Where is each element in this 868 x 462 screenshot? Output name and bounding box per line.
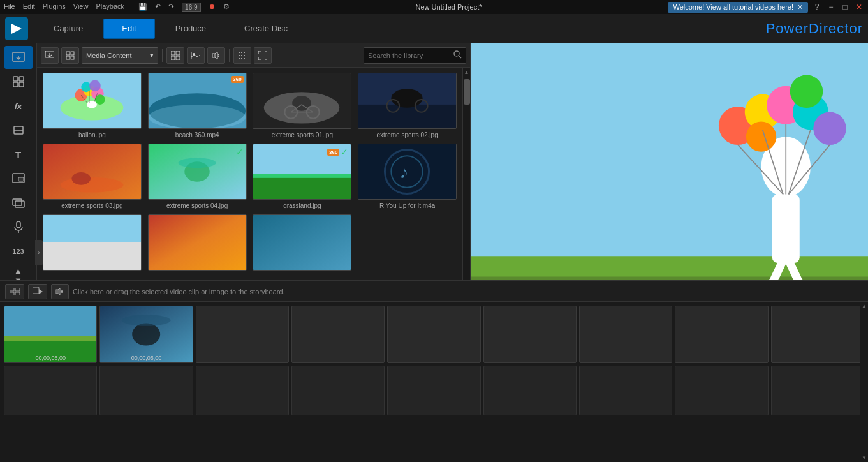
- media-item-extreme1[interactable]: extreme sports 01.jpg: [253, 73, 353, 138]
- media-item-extreme3[interactable]: extreme sports 03.jpg: [42, 144, 142, 209]
- layout-button[interactable]: [233, 47, 251, 64]
- badge-check-extreme4: ✓: [236, 147, 244, 157]
- save-icon[interactable]: 💾: [138, 3, 147, 12]
- menu-view[interactable]: View: [73, 3, 89, 12]
- record-icon[interactable]: ⏺: [209, 3, 216, 12]
- tab-create-disc[interactable]: Create Disc: [226, 19, 305, 39]
- svg-point-94: [813, 112, 846, 145]
- storyboard-hint: Click here or drag the selected video cl…: [73, 288, 285, 295]
- close-button[interactable]: ✕: [854, 2, 864, 12]
- storyboard-audio-cell-4[interactable]: [291, 366, 385, 415]
- search-bar[interactable]: [364, 47, 466, 64]
- maximize-button[interactable]: □: [840, 2, 850, 12]
- media-type-dropdown[interactable]: Media Content ▾: [82, 47, 158, 64]
- menu-playback[interactable]: Playback: [96, 3, 124, 12]
- media-item-music[interactable]: ♪ R You Up for It.m4a: [357, 144, 457, 209]
- svg-rect-18: [71, 52, 74, 55]
- image-view-button[interactable]: [187, 47, 205, 64]
- storyboard-audio-cell-9[interactable]: [771, 366, 864, 415]
- scroll-thumb[interactable]: [464, 79, 470, 105]
- media-item-extreme4[interactable]: ✓ extreme sports 04.jpg: [147, 144, 247, 209]
- svg-rect-11: [13, 199, 22, 205]
- svg-point-37: [454, 51, 459, 56]
- grid-view-button[interactable]: [166, 47, 184, 64]
- sidebar-collapse-btn[interactable]: ›: [35, 240, 43, 265]
- sidebar-btn-voiceover[interactable]: [4, 216, 33, 239]
- storyboard-audio-cell-7[interactable]: [579, 366, 672, 415]
- tab-capture[interactable]: Capture: [36, 19, 101, 39]
- svg-rect-116: [56, 290, 58, 294]
- storyboard-cell-6[interactable]: [483, 306, 577, 363]
- scroll-up-arrow[interactable]: ▲: [463, 68, 471, 77]
- sidebar-btn-import[interactable]: [4, 46, 33, 69]
- welcome-close-icon[interactable]: ✕: [797, 3, 803, 11]
- media-item-grassland[interactable]: 360 ✓ grassland.jpg: [253, 144, 353, 209]
- sidebar-btn-pip[interactable]: [4, 167, 33, 190]
- search-input[interactable]: [368, 52, 451, 59]
- help-button[interactable]: ?: [812, 2, 822, 12]
- add-media-to-sb-btn[interactable]: [28, 284, 47, 299]
- sidebar-btn-effects[interactable]: fx: [4, 94, 33, 117]
- storyboard-cell-4[interactable]: [291, 306, 385, 363]
- media-item-beach360[interactable]: 360 beach 360.mp4: [147, 73, 247, 138]
- media-item-partial1[interactable]: [42, 214, 142, 273]
- storyboard-cell-7[interactable]: [579, 306, 672, 363]
- fullscreen-media-button[interactable]: [254, 47, 272, 64]
- storyboard-scrollbar[interactable]: ▲ ▼: [860, 302, 868, 462]
- storyboard-cell-5[interactable]: [387, 306, 480, 363]
- tab-produce[interactable]: Produce: [158, 19, 224, 39]
- menu-edit[interactable]: Edit: [23, 3, 35, 12]
- welcome-banner[interactable]: Welcome! View all tutorial videos here! …: [668, 2, 808, 13]
- minimize-button[interactable]: −: [826, 2, 836, 12]
- storyboard-scroll-up[interactable]: ▲: [862, 303, 867, 309]
- storyboard-audio-cell-6[interactable]: [483, 366, 577, 415]
- storyboard-cell-2[interactable]: 00;00;05;00: [99, 306, 193, 363]
- storyboard-audio-cell-5[interactable]: [387, 366, 480, 415]
- redo-icon[interactable]: ↷: [168, 3, 174, 12]
- storyboard-audio-cell-2[interactable]: [99, 366, 193, 415]
- svg-point-124: [122, 315, 171, 326]
- audio-button[interactable]: [207, 47, 225, 64]
- media-item-extreme2[interactable]: extreme sports 02.jpg: [357, 73, 457, 138]
- storyboard-cell-3[interactable]: [196, 306, 289, 363]
- sidebar-btn-trim[interactable]: [4, 119, 33, 142]
- svg-point-45: [89, 80, 101, 91]
- plugins-button[interactable]: [61, 47, 79, 64]
- undo-icon[interactable]: ↶: [155, 3, 161, 12]
- svg-rect-24: [176, 56, 180, 60]
- menu-plugins[interactable]: Plugins: [43, 3, 66, 12]
- import-media-button[interactable]: [41, 47, 59, 64]
- sidebar-btn-plugins[interactable]: [4, 70, 33, 93]
- storyboard-cell-9[interactable]: [771, 306, 864, 363]
- storyboard-view-btn[interactable]: [5, 284, 24, 299]
- svg-point-29: [241, 52, 242, 53]
- tab-edit[interactable]: Edit: [103, 19, 154, 39]
- storyboard-cell-8[interactable]: [675, 306, 768, 363]
- svg-rect-3: [13, 77, 18, 81]
- sidebar-btn-text[interactable]: T: [4, 143, 33, 166]
- media-thumb-inner-extreme1: [253, 73, 351, 128]
- storyboard-scroll-down[interactable]: ▼: [862, 455, 867, 461]
- sidebar-btn-chapters[interactable]: 123: [4, 240, 33, 263]
- app-title: PowerDirector: [766, 20, 863, 37]
- menu-file[interactable]: File: [4, 3, 15, 12]
- svg-rect-110: [10, 288, 14, 291]
- media-item-ballon[interactable]: ballon.jpg: [42, 73, 142, 138]
- add-audio-to-sb-btn[interactable]: [51, 284, 69, 299]
- sidebar-btn-slideshow[interactable]: [4, 191, 33, 214]
- media-item-partial2[interactable]: [147, 214, 247, 273]
- bottom-storyboard: Click here or drag the selected video cl…: [0, 280, 868, 462]
- storyboard-audio-cell-8[interactable]: [675, 366, 768, 415]
- media-thumb-extreme2: [358, 73, 457, 129]
- media-item-partial3[interactable]: [253, 214, 353, 273]
- storyboard-audio-cell-1[interactable]: [4, 366, 97, 415]
- storyboard-cell-1[interactable]: 00;00;05;00: [4, 306, 97, 363]
- media-thumb-inner-music: ♪: [358, 144, 456, 199]
- aspect-ratio-badge[interactable]: 16:9: [182, 3, 200, 12]
- svg-rect-87: [471, 256, 868, 276]
- settings-icon[interactable]: ⚙: [223, 3, 230, 12]
- storyboard-audio-cell-3[interactable]: [196, 366, 289, 415]
- svg-rect-12: [15, 201, 24, 207]
- media-label-extreme4: extreme sports 04.jpg: [166, 202, 228, 209]
- storyboard-row2: [0, 364, 868, 419]
